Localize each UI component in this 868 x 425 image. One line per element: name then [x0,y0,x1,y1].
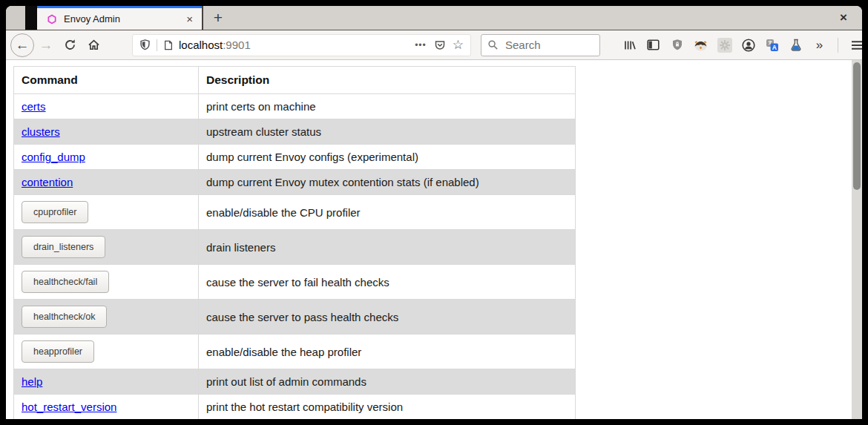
table-row-heapprofiler: heapprofiler enable/disable the heap pro… [14,335,576,369]
bookmark-star-icon[interactable]: ☆ [453,37,464,53]
toolbar-separator [838,38,838,53]
row-description: print out list of admin commands [199,369,576,395]
row-description: dump current Envoy mutex contention stat… [199,170,576,195]
table-row-clusters: clusters upstream cluster status [14,119,576,145]
pocket-icon[interactable] [434,39,446,51]
page-scrollbar[interactable] [852,60,862,419]
tabbar-gap [25,6,37,30]
table-row-healthcheck-fail: healthcheck/fail cause the server to fai… [14,265,576,300]
table-row-certs: certs print certs on machine [14,94,576,119]
page-info-icon[interactable] [163,39,174,51]
sidebar-icon[interactable] [643,35,663,55]
url-host: localhost [179,39,223,51]
forward-button[interactable]: → [34,33,58,57]
row-description: dump current Envoy configs (experimental… [199,145,576,170]
urlbar-separator [157,39,157,51]
cpuprofiler-button[interactable]: cpuprofiler [22,201,88,223]
search-icon [487,39,499,50]
tab-separator [202,6,203,30]
library-icon[interactable] [619,35,640,55]
table-row-cpuprofiler: cpuprofiler enable/disable the CPU profi… [14,195,576,230]
heapprofiler-button[interactable]: heapprofiler [22,340,94,363]
tab-close-icon[interactable]: × [183,12,196,26]
table-row-contention: contention dump current Envoy mutex cont… [14,170,576,195]
browser-window: Envoy Admin × + × ← → localhost:9901 ••• [6,6,862,419]
table-row-healthcheck-ok: healthcheck/ok cause the server to pass … [14,300,576,335]
disabled-extension-icon[interactable] [714,35,734,55]
tracking-protection-shield-icon[interactable] [139,39,151,51]
tab-title: Envoy Admin [64,13,177,24]
translate-icon[interactable]: A [762,35,782,55]
row-description: print certs on machine [199,94,576,119]
column-header-command: Command [14,67,199,94]
healthcheck-fail-button[interactable]: healthcheck/fail [22,271,109,293]
table-header-row: Command Description [14,67,576,94]
certs-link[interactable]: certs [22,100,46,113]
row-description: upstream cluster status [199,119,576,145]
config-dump-link[interactable]: config_dump [22,151,85,163]
back-button[interactable]: ← [10,33,34,57]
scrollbar-thumb[interactable] [853,62,861,190]
column-header-description: Description [199,67,576,94]
admin-commands-table: Command Description certs print certs on… [13,66,576,419]
page-actions-icon[interactable]: ••• [415,40,427,50]
help-link[interactable]: help [22,375,42,388]
url-port: :9901 [223,39,251,51]
window-close-button[interactable]: × [834,8,853,27]
privacy-badger-icon[interactable] [691,35,711,55]
row-description: enable/disable the heap profiler [199,335,576,369]
new-tab-button[interactable]: + [208,7,228,28]
navigation-toolbar: ← → localhost:9901 ••• ☆ [6,30,862,60]
table-row-hot-restart-version: hot_restart_version print the hot restar… [14,395,576,420]
account-icon[interactable] [738,35,758,55]
svg-text:A: A [772,43,776,50]
menu-hamburger-icon[interactable] [846,35,862,55]
search-input[interactable] [504,38,594,52]
tab-envoy-admin[interactable]: Envoy Admin × [37,6,202,30]
home-button[interactable] [82,33,105,57]
url-bar[interactable]: localhost:9901 ••• ☆ [132,34,471,56]
reload-button[interactable] [58,33,82,57]
row-description: enable/disable the CPU profiler [199,195,576,230]
tab-bar: Envoy Admin × + × [6,6,862,30]
row-description: drain listeners [199,230,576,265]
contention-link[interactable]: contention [22,176,73,188]
row-description: print the hot restart compatibility vers… [199,395,576,420]
table-row-config-dump: config_dump dump current Envoy configs (… [14,145,576,170]
row-description: cause the server to pass health checks [199,300,576,335]
table-row-drain-listeners: drain_listeners drain listeners [14,230,576,265]
healthcheck-ok-button[interactable]: healthcheck/ok [22,306,107,328]
flask-icon[interactable] [786,35,806,55]
table-row-help: help print out list of admin commands [14,369,576,395]
clusters-link[interactable]: clusters [22,125,60,138]
envoy-favicon-hexagon-icon [47,14,57,24]
shield-lock-icon[interactable] [667,35,687,55]
row-description: cause the server to fail health checks [199,265,576,300]
tabbar-left-spacer [6,6,25,30]
search-bar[interactable] [481,34,600,56]
drain-listeners-button[interactable]: drain_listeners [22,236,105,258]
page-content: Command Description certs print certs on… [6,60,862,419]
overflow-chevron-icon[interactable]: » [809,35,829,55]
toolbar-extensions: A » [619,35,862,55]
hot-restart-version-link[interactable]: hot_restart_version [22,401,116,413]
